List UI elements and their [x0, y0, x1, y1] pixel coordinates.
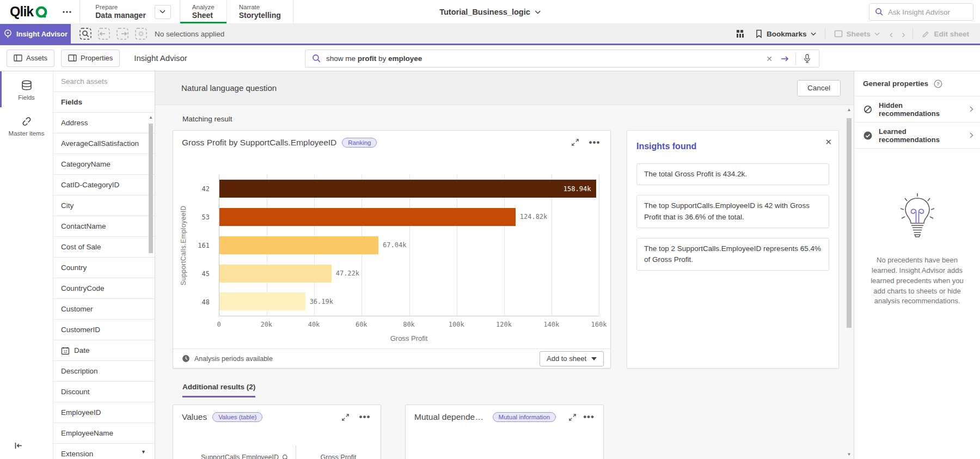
scroll-up-icon[interactable]: ▲ [846, 107, 852, 112]
field-item[interactable]: ContactName [53, 216, 155, 237]
microphone-icon [803, 54, 811, 63]
fields-scrollbar[interactable]: ▲ [148, 114, 154, 459]
chart-menu-button[interactable]: ••• [358, 410, 372, 424]
bar[interactable] [219, 265, 332, 283]
field-item[interactable]: Address [53, 113, 155, 133]
clear-selections-button[interactable] [132, 24, 150, 44]
chart-suggestions-button[interactable] [731, 29, 750, 39]
search-assets-input[interactable]: Search assets [53, 71, 155, 92]
scrollbar-thumb[interactable] [847, 118, 852, 328]
add-to-sheet-button[interactable]: Add to sheet [540, 351, 604, 366]
hidden-recommendations-item[interactable]: Hidden recommendations [854, 96, 980, 123]
field-item[interactable]: CustomerID [53, 320, 155, 340]
query-text: by [376, 54, 388, 63]
bar[interactable] [219, 208, 516, 226]
chart-card: Gross Profit by SupportCalls.EmployeeID … [173, 130, 611, 369]
field-item[interactable]: CountryCode [53, 278, 155, 299]
expand-icon [341, 413, 350, 421]
divider [293, 0, 293, 23]
field-item[interactable]: Customer [53, 299, 155, 320]
scrollbar-thumb[interactable] [149, 124, 153, 253]
close-insights-button[interactable]: ✕ [825, 137, 832, 147]
svg-text:12: 12 [63, 350, 68, 353]
field-item[interactable]: Discount [53, 382, 155, 402]
chart-title: Gross Profit by SupportCalls.EmployeeID [182, 138, 336, 148]
calendar-icon: 12 [61, 346, 70, 355]
bookmark-icon [755, 29, 763, 38]
empty-state-text: No precedents have been learned. Insight… [869, 255, 966, 307]
redo-selection-button[interactable] [113, 24, 132, 44]
smart-search-button[interactable] [76, 24, 95, 44]
insight-advisor-button[interactable]: Insight Advisor [0, 24, 71, 44]
bar[interactable] [219, 180, 596, 198]
bar[interactable] [219, 236, 378, 254]
expand-chart-button[interactable] [568, 136, 582, 150]
tab-prepare[interactable]: Prepare Data manager [83, 0, 158, 23]
field-item[interactable]: Extension [53, 444, 155, 459]
submit-query-button[interactable] [777, 51, 792, 66]
voice-input-button[interactable] [799, 51, 814, 66]
scroll-down-icon[interactable]: ▼ [846, 452, 852, 457]
global-menu-button[interactable] [54, 0, 79, 23]
next-sheet-button[interactable]: › [897, 29, 909, 39]
selections-toolbar: Insight Advisor No selections applied Bo… [0, 24, 980, 45]
previous-sheet-button[interactable]: ‹ [885, 29, 897, 39]
field-item[interactable]: City [53, 195, 155, 216]
results-area: Matching result Gross Profit by SupportC… [155, 105, 854, 459]
nl-question-input[interactable]: show me profit by employee ✕ [305, 50, 819, 68]
expand-chart-button[interactable] [567, 410, 578, 424]
learned-recommendations-item[interactable]: Learned recommendations [854, 123, 980, 149]
properties-toggle-button[interactable]: Properties [61, 50, 120, 67]
bookmarks-button[interactable]: Bookmarks [750, 29, 822, 38]
rail-item-master-items[interactable]: Master items [0, 107, 53, 143]
bar-value-label: 67.04k [383, 241, 406, 249]
eye-slash-icon [863, 105, 873, 114]
field-item-label: Extension [61, 450, 93, 458]
clear-query-button[interactable]: ✕ [762, 51, 777, 66]
tab-narrate[interactable]: Narrate Storytelling [227, 0, 293, 23]
field-item[interactable]: Description [53, 361, 155, 382]
field-item[interactable]: 12Date [53, 340, 155, 361]
ask-insight-advisor-input[interactable]: Ask Insight Advisor [869, 3, 973, 21]
field-item[interactable]: CatID-CategoryID [53, 175, 155, 195]
chevron-down-icon [160, 10, 166, 14]
assets-toggle-button[interactable]: Assets [7, 50, 54, 67]
insight-item: The total Gross Profit is 434.2k. [636, 163, 829, 185]
column-header[interactable]: SupportCalls.EmployeeID [173, 445, 296, 459]
insight-item: The top 2 SupportCalls.EmployeeID repres… [636, 238, 829, 271]
chevron-right-icon [970, 132, 973, 138]
chart-menu-button[interactable]: ••• [587, 136, 602, 150]
divider [825, 28, 825, 39]
undo-selection-button[interactable] [95, 24, 113, 44]
redo-icon [116, 27, 129, 40]
field-item-label: EmployeeName [61, 429, 113, 437]
field-item[interactable]: CategoryName [53, 154, 155, 175]
scroll-up-icon[interactable]: ▲ [148, 115, 154, 120]
main-scrollbar[interactable]: ▲ ▼ [845, 105, 853, 459]
expand-icon [571, 138, 579, 146]
chart-menu-button[interactable]: ••• [583, 410, 595, 424]
x-axis-title: Gross Profit [219, 334, 599, 342]
field-item[interactable]: Country [53, 258, 155, 278]
field-item[interactable]: Cost of Sale [53, 237, 155, 258]
column-header[interactable]: Gross Profit [296, 445, 381, 459]
help-icon[interactable]: ? [934, 79, 942, 88]
sheets-button[interactable]: Sheets [829, 30, 885, 38]
edit-sheet-button[interactable]: Edit sheet [916, 30, 975, 38]
field-item-label: Customer [61, 305, 93, 313]
app-title-menu[interactable]: Tutorial_Business_logic [439, 0, 541, 24]
rail-item-fields[interactable]: Fields [0, 71, 53, 107]
tab-additional-results[interactable]: Additional results (2) [182, 383, 255, 397]
expand-chart-button[interactable] [338, 410, 352, 424]
field-item[interactable]: AverageCallSatisfaction [53, 133, 155, 154]
scroll-down-icon[interactable]: ▼ [141, 449, 146, 455]
chevron-down-icon [535, 10, 541, 14]
collapse-panel-button[interactable] [14, 442, 23, 451]
tab-analyze[interactable]: Analyze Sheet [180, 0, 226, 23]
cancel-button[interactable]: Cancel [797, 80, 841, 96]
assets-panel: Search assets Fields AddressAverageCallS… [53, 71, 155, 459]
field-item[interactable]: EmployeeID [53, 402, 155, 423]
field-item[interactable]: EmployeeName [53, 423, 155, 444]
bar[interactable] [219, 292, 305, 310]
insight-item: The top SupportCalls.EmployeeID is 42 wi… [636, 195, 829, 228]
